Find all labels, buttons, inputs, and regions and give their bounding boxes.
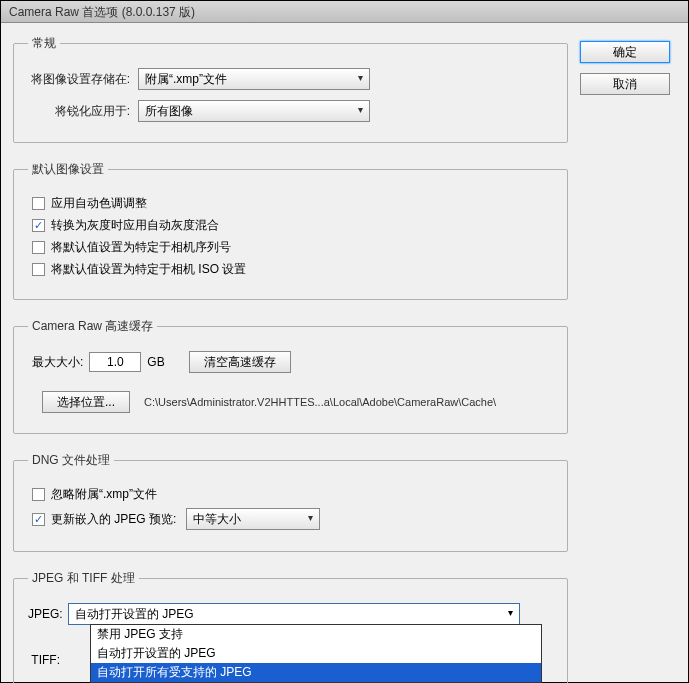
dropdown-item-auto-settings[interactable]: 自动打开设置的 JPEG [91,644,541,663]
label-auto-tone: 应用自动色调调整 [51,195,147,212]
label-serial: 将默认值设置为特定于相机序列号 [51,239,231,256]
purge-cache-button[interactable]: 清空高速缓存 [189,351,291,373]
input-max-size[interactable] [89,352,141,372]
select-jpeg-handling[interactable]: 自动打开设置的 JPEG [68,603,520,625]
label-grayscale-mix: 转换为灰度时应用自动灰度混合 [51,217,219,234]
group-general: 常规 将图像设置存储在: 附属“.xmp”文件 将锐化应用于: 所有图像 [13,35,568,143]
label-max-size: 最大大小: [32,354,83,371]
dropdown-item-auto-all[interactable]: 自动打开所有受支持的 JPEG [91,663,541,682]
select-jpeg-preview[interactable]: 中等大小 [186,508,320,530]
group-jpeg-tiff: JPEG 和 TIFF 处理 JPEG: 自动打开设置的 JPEG TIFF: … [13,570,568,683]
label-update-jpeg: 更新嵌入的 JPEG 预览: [51,511,176,528]
ok-button[interactable]: 确定 [580,41,670,63]
label-store-settings: 将图像设置存储在: [28,71,138,88]
dropdown-item-disable[interactable]: 禁用 JPEG 支持 [91,625,541,644]
cancel-button[interactable]: 取消 [580,73,670,95]
label-jpeg: JPEG: [28,607,68,621]
select-sharpen[interactable]: 所有图像 [138,100,370,122]
legend-defaults: 默认图像设置 [28,161,108,178]
dropdown-jpeg-handling: 禁用 JPEG 支持 自动打开设置的 JPEG 自动打开所有受支持的 JPEG [90,624,542,683]
select-store-settings[interactable]: 附属“.xmp”文件 [138,68,370,90]
legend-general: 常规 [28,35,60,52]
cache-path: C:\Users\Administrator.V2HHTTES...a\Loca… [144,396,496,408]
group-cache: Camera Raw 高速缓存 最大大小: GB 清空高速缓存 选择位置... … [13,318,568,434]
legend-cache: Camera Raw 高速缓存 [28,318,157,335]
checkbox-ignore-xmp[interactable] [32,488,45,501]
group-defaults: 默认图像设置 应用自动色调调整 转换为灰度时应用自动灰度混合 将默认值设置为特定… [13,161,568,300]
window-title: Camera Raw 首选项 (8.0.0.137 版) [9,5,195,19]
checkbox-grayscale-mix[interactable] [32,219,45,232]
window-titlebar: Camera Raw 首选项 (8.0.0.137 版) [1,1,688,23]
checkbox-update-jpeg[interactable] [32,513,45,526]
legend-jpeg-tiff: JPEG 和 TIFF 处理 [28,570,139,587]
legend-dng: DNG 文件处理 [28,452,114,469]
label-gb: GB [147,355,164,369]
label-ignore-xmp: 忽略附属“.xmp”文件 [51,486,157,503]
select-location-button[interactable]: 选择位置... [42,391,130,413]
checkbox-serial[interactable] [32,241,45,254]
label-tiff: TIFF: [28,653,68,667]
group-dng: DNG 文件处理 忽略附属“.xmp”文件 更新嵌入的 JPEG 预览: 中等大… [13,452,568,552]
label-sharpen: 将锐化应用于: [28,103,138,120]
label-iso: 将默认值设置为特定于相机 ISO 设置 [51,261,246,278]
checkbox-auto-tone[interactable] [32,197,45,210]
checkbox-iso[interactable] [32,263,45,276]
